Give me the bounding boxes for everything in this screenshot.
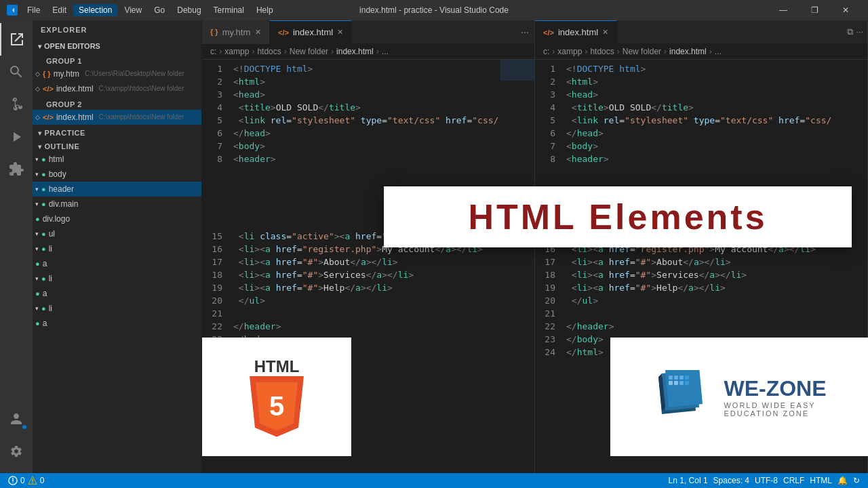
window-title: index.html - practice - Visual Studio Co… <box>359 5 509 15</box>
editors-container: { } my.htm ✕ </> index.html ✕ ··· c:› xa… <box>202 20 868 473</box>
accounts-activity-icon[interactable] <box>0 403 33 435</box>
outline-li3[interactable]: ▾ ● li <box>33 301 201 316</box>
overlay-banner: HTML Elements <box>384 186 852 247</box>
outline-li1[interactable]: ▾ ● li <box>33 241 201 256</box>
encoding[interactable]: UTF-8 <box>752 476 781 485</box>
right-editor-actions: ⧉ ··· <box>843 26 867 37</box>
status-bar: 0 0 Ln 1, Col 1 Spaces: 4 UTF-8 CRLF HTM… <box>0 473 868 488</box>
extensions-activity-icon[interactable] <box>0 153 33 186</box>
menu-view[interactable]: View <box>119 4 147 16</box>
svg-point-14 <box>32 483 33 483</box>
right-breadcrumb: c:› xampp› htdocs› New folder› index.htm… <box>535 44 867 60</box>
open-editors-title[interactable]: OPEN EDITORS <box>33 39 201 53</box>
explorer-header: Explorer <box>33 20 201 39</box>
explorer-activity-icon[interactable] <box>0 23 33 56</box>
left-editor-content: 12345 678 1516171819 2021222324 <!DOCTYP… <box>202 60 534 473</box>
menu-edit[interactable]: Edit <box>47 4 72 16</box>
overlay-title: HTML Elements <box>468 197 767 237</box>
source-control-activity-icon[interactable] <box>0 88 33 121</box>
tab-indexhtml-left[interactable]: </> index.html ✕ <box>270 20 352 44</box>
title-bar-menu: File Edit Selection View Go Debug Termin… <box>22 4 279 16</box>
menu-help[interactable]: Help <box>251 4 279 16</box>
right-code-area: <!DOCTYPE html> <html> <head> <title>OLD… <box>561 60 833 473</box>
outline-html[interactable]: ▾ ● html <box>33 152 201 167</box>
activity-bar <box>0 20 33 473</box>
group2-label: GROUP 2 <box>33 96 201 110</box>
practice-title[interactable]: PRACTICE <box>33 125 201 138</box>
outline-title[interactable]: OUTLINE <box>33 138 201 152</box>
outline-a1[interactable]: ● a <box>33 256 201 271</box>
left-code-area: <!DOCTYPE html> <html> <head> <title>OLD… <box>228 60 500 473</box>
html-icon-left: </> <box>278 28 289 37</box>
group1-label: GROUP 1 <box>33 53 201 66</box>
settings-activity-icon[interactable] <box>0 435 33 468</box>
sync-icon[interactable]: ↻ <box>850 476 863 485</box>
right-editor-content: 12345 678 1516171819 2021222324 <!DOCTYP… <box>535 60 867 473</box>
outline-body[interactable]: ▾ ● body <box>33 167 201 182</box>
line-ending[interactable]: CRLF <box>781 476 807 485</box>
left-tabs: { } my.htm ✕ </> index.html ✕ ··· <box>202 20 534 44</box>
status-right: Ln 1, Col 1 Spaces: 4 UTF-8 CRLF HTML 🔔 … <box>666 476 863 485</box>
outline-header[interactable]: ▾ ● header <box>33 182 201 197</box>
activity-bar-bottom <box>0 403 33 473</box>
left-line-numbers: 12345 678 1516171819 2021222324 <box>202 60 228 473</box>
language-mode[interactable]: HTML <box>807 476 835 485</box>
file-indexhtml-g2[interactable]: ◇ </> index.html C:\xampp\htdocs\New fol… <box>33 110 201 125</box>
warning-icon <box>28 476 37 485</box>
window-controls: — ❐ ✕ <box>768 0 861 20</box>
open-editors-section: OPEN EDITORS GROUP 1 ◇ { } my.htm C:\Use… <box>33 39 201 125</box>
tab-myhtm[interactable]: { } my.htm ✕ <box>202 20 270 44</box>
outline-divmain[interactable]: ▾ ● div.main <box>33 197 201 211</box>
outline-ul[interactable]: ▾ ● ul <box>33 226 201 241</box>
menu-file[interactable]: File <box>22 4 45 16</box>
file-indexhtml-g1[interactable]: ◇ </> index.html C:\xampp\htdocs\New fol… <box>33 81 201 96</box>
search-activity-icon[interactable] <box>0 56 33 88</box>
menu-go[interactable]: Go <box>149 4 170 16</box>
practice-section: PRACTICE <box>33 125 201 138</box>
minimize-button[interactable]: — <box>768 0 799 20</box>
htm-icon: { } <box>210 28 218 36</box>
sidebar: Explorer OPEN EDITORS GROUP 1 ◇ { } my.h… <box>33 20 202 473</box>
file-myhtm[interactable]: ◇ { } my.htm C:\Users\Ria\Desktop\New fo… <box>33 66 201 81</box>
vscode-icon <box>7 5 18 16</box>
menu-terminal[interactable]: Terminal <box>208 4 250 16</box>
svg-point-13 <box>12 482 13 483</box>
menu-debug[interactable]: Debug <box>172 4 206 16</box>
tab-close-myhtm[interactable]: ✕ <box>255 28 261 37</box>
close-button[interactable]: ✕ <box>830 0 861 20</box>
tab-close-left[interactable]: ✕ <box>337 28 343 37</box>
tab-close-right[interactable]: ✕ <box>602 28 608 37</box>
title-bar-left: File Edit Selection View Go Debug Termin… <box>7 4 279 16</box>
tab-indexhtml-right[interactable]: </> index.html ✕ <box>535 20 617 44</box>
left-breadcrumb: c:› xampp› htdocs› New folder› index.htm… <box>202 44 534 60</box>
outline-a3[interactable]: ● a <box>33 316 201 331</box>
error-count[interactable]: 0 0 <box>5 476 47 485</box>
split-editor-icon[interactable]: ⧉ <box>847 26 853 37</box>
left-minimap <box>500 60 534 473</box>
right-line-numbers: 12345 678 1516171819 2021222324 <box>535 60 561 473</box>
html-icon-right: </> <box>543 28 554 37</box>
right-minimap <box>833 60 867 473</box>
maximize-button[interactable]: ❐ <box>799 0 830 20</box>
indentation[interactable]: Spaces: 4 <box>711 476 752 485</box>
main-layout: Explorer OPEN EDITORS GROUP 1 ◇ { } my.h… <box>0 20 868 473</box>
tabs-more-left[interactable]: ··· <box>515 26 534 37</box>
more-actions-icon[interactable]: ··· <box>856 26 863 37</box>
outline-section: OUTLINE ▾ ● html ▾ ● body ▾ ● header ▾ <box>33 138 201 331</box>
error-icon <box>8 476 18 485</box>
outline-a2[interactable]: ● a <box>33 286 201 301</box>
run-activity-icon[interactable] <box>0 121 33 153</box>
notification-bell[interactable]: 🔔 <box>835 476 850 485</box>
outline-divlogo[interactable]: ● div.logo <box>33 211 201 226</box>
outline-li2[interactable]: ▾ ● li <box>33 271 201 286</box>
title-bar: File Edit Selection View Go Debug Termin… <box>0 0 868 20</box>
cursor-position[interactable]: Ln 1, Col 1 <box>666 476 711 485</box>
menu-selection[interactable]: Selection <box>73 4 117 16</box>
right-tabs: </> index.html ✕ ⧉ ··· <box>535 20 867 44</box>
